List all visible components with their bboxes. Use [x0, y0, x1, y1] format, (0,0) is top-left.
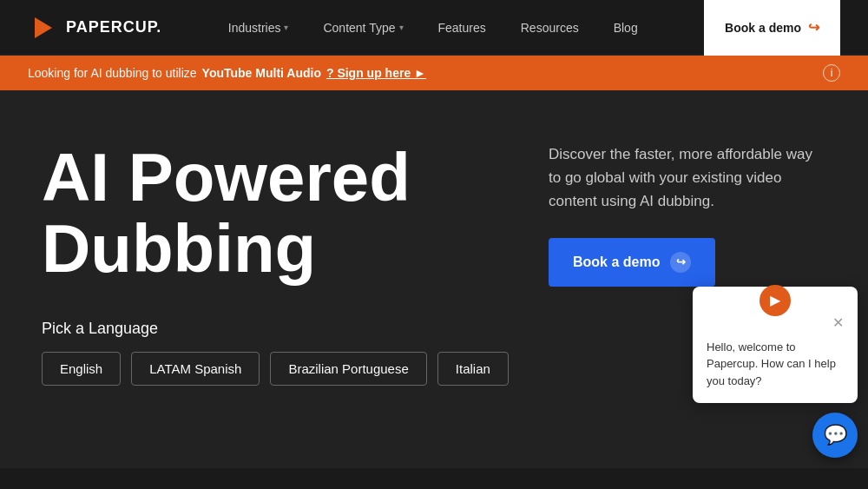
banner-text: Looking for AI dubbing to utilize YouTub… [28, 66, 426, 80]
lang-latam-spanish[interactable]: LATAM Spanish [131, 352, 260, 386]
language-picker: Pick a Language English LATAM Spanish Br… [42, 320, 531, 386]
book-demo-button[interactable]: Book a demo ↪ [704, 0, 840, 56]
hero-description: Discover the faster, more affordable way… [549, 142, 826, 214]
chat-popup-top: ▶ [707, 301, 844, 316]
lang-italian[interactable]: Italian [437, 352, 509, 386]
hero-book-demo-button[interactable]: Book a demo ↪ [549, 238, 715, 287]
hero-title: AI Powered Dubbing [42, 142, 531, 285]
papercup-avatar-icon: ▶ [770, 290, 780, 311]
chevron-down-icon: ▾ [284, 23, 288, 32]
chat-avatar: ▶ [760, 285, 791, 316]
nav-features[interactable]: Features [424, 14, 500, 42]
chat-icon: 💬 [824, 424, 847, 446]
hero-right: Discover the faster, more affordable way… [531, 125, 826, 287]
navbar: PAPERCUP. Industries ▾ Content Type ▾ Fe… [0, 0, 868, 56]
svg-marker-0 [35, 17, 52, 38]
chat-bubble-button[interactable]: 💬 [812, 413, 858, 458]
arrow-icon: ↪ [808, 19, 819, 36]
chat-greeting: Hello, welcome to Papercup. How can I he… [707, 339, 844, 390]
lang-english[interactable]: English [42, 352, 121, 386]
nav-content-type[interactable]: Content Type ▾ [309, 14, 417, 42]
nav-blog[interactable]: Blog [600, 14, 652, 42]
language-buttons: English LATAM Spanish Brazilian Portugue… [42, 352, 531, 386]
arrow-icon: ↪ [670, 252, 691, 273]
chat-close-button[interactable]: ✕ [832, 316, 844, 330]
nav-links: Industries ▾ Content Type ▾ Features Res… [214, 14, 652, 42]
chat-popup: ▶ ✕ Hello, welcome to Papercup. How can … [693, 287, 858, 404]
hero-section: AI Powered Dubbing Pick a Language Engli… [0, 90, 868, 468]
logo-text: PAPERCUP. [66, 18, 161, 36]
hero-left: AI Powered Dubbing Pick a Language Engli… [42, 125, 531, 386]
lang-brazilian-portuguese[interactable]: Brazilian Portuguese [270, 352, 426, 386]
info-icon[interactable]: i [823, 64, 840, 82]
chat-popup-header: ✕ [707, 316, 844, 330]
logo[interactable]: PAPERCUP. [28, 12, 161, 43]
banner-signup-link[interactable]: ? Sign up here ► [326, 66, 426, 80]
nav-resources[interactable]: Resources [507, 14, 593, 42]
nav-industries[interactable]: Industries ▾ [214, 14, 303, 42]
chevron-down-icon: ▾ [399, 23, 404, 32]
announcement-banner: Looking for AI dubbing to utilize YouTub… [0, 56, 868, 90]
pick-language-label: Pick a Language [42, 320, 531, 338]
logo-icon [28, 12, 59, 43]
